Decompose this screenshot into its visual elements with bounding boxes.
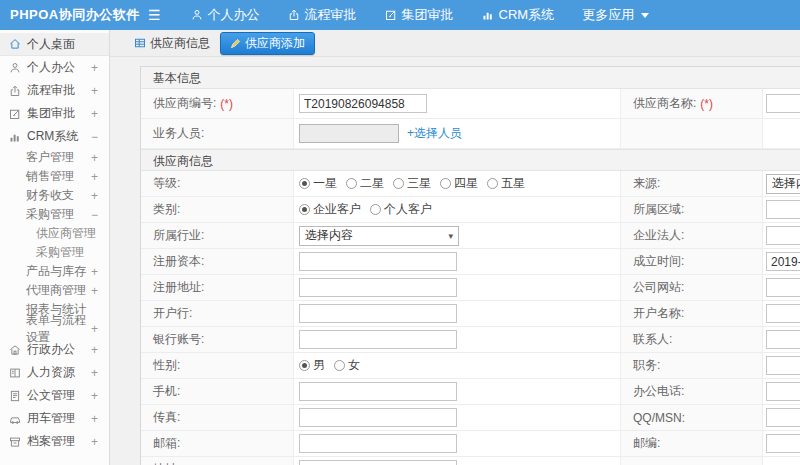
expand-icon[interactable]: + [91, 389, 109, 403]
field-supplier-name-input[interactable] [766, 94, 800, 113]
field-registered-address-input[interactable] [299, 278, 457, 297]
sidebar-item-finance-io[interactable]: 财务收支+ [0, 186, 109, 205]
sidebar-item-personal-office[interactable]: 个人办公+ [0, 56, 109, 79]
field-office-phone-input[interactable] [766, 382, 800, 401]
field-contact-person-input[interactable] [766, 330, 800, 349]
sidebar-item-vehicle-mgmt[interactable]: 用车管理+ [0, 407, 109, 430]
sidebar-item-product-inventory[interactable]: 产品与库存+ [0, 262, 109, 281]
field-value-cell [294, 431, 621, 456]
expand-icon[interactable]: + [91, 170, 109, 184]
field-region-input[interactable] [766, 200, 800, 219]
sidebar-item-purchase-mgmt[interactable]: 采购管理− [0, 205, 109, 224]
sidebar-item-hr[interactable]: 人力资源+ [0, 361, 109, 384]
field-value-cell [294, 457, 621, 465]
sidebar-item-sales-mgmt[interactable]: 销售管理+ [0, 167, 109, 186]
field-founded-date-input[interactable] [766, 252, 800, 271]
field-registered-capital-input[interactable] [299, 252, 457, 271]
field-source-select[interactable]: 选择内容▾ [766, 174, 800, 194]
field-fax-input[interactable] [299, 408, 457, 427]
sidebar-item-workflow-approval[interactable]: 流程审批+ [0, 79, 109, 102]
expand-icon[interactable]: + [91, 84, 109, 98]
field-value-cell [294, 275, 621, 300]
field-control [766, 408, 800, 427]
field-business-staff-input[interactable] [299, 124, 399, 143]
expand-icon[interactable]: + [91, 107, 109, 121]
sidebar-item-crm-system[interactable]: CRM系统− [0, 125, 109, 148]
radio-category-option-1[interactable]: 个人客户 [370, 201, 432, 218]
collapse-icon[interactable]: − [91, 208, 109, 222]
radio-level-option-0[interactable]: 一星 [299, 175, 337, 192]
sidebar-item-agent-mgmt[interactable]: 代理商管理+ [0, 281, 109, 300]
nav-item-workflow-approval[interactable]: 流程审批 [274, 0, 371, 30]
field-label-text: 办公电话: [633, 383, 684, 400]
nav-item-crm-system[interactable]: CRM系统 [468, 0, 569, 30]
radio-level-option-2[interactable]: 三星 [393, 175, 431, 192]
field-bank-branch-input[interactable] [299, 304, 457, 323]
nav-item-personal-office[interactable]: 个人办公 [177, 0, 274, 30]
sidebar-item-admin-office[interactable]: 行政办公+ [0, 338, 109, 361]
sidebar-item-purchase-mgmt-sub[interactable]: 采购管理 [0, 243, 109, 262]
field-bank-account-input[interactable] [299, 330, 457, 349]
sidebar-item-form-flow-settings[interactable]: 表单与流程设置+ [0, 319, 109, 338]
field-account-name-label: 开户名称: [621, 301, 763, 326]
sidebar-item-document-mgmt[interactable]: 公文管理+ [0, 384, 109, 407]
sidebar-item-personal-desktop[interactable]: 个人桌面 [0, 33, 109, 56]
radio-gender-option-0[interactable]: 男 [299, 357, 325, 374]
business-staff-picker-link[interactable]: +选择人员 [407, 125, 462, 142]
expand-icon[interactable]: + [91, 343, 109, 357]
radio-label: 男 [313, 357, 325, 374]
field-control: 一星二星三星四星五星 [299, 175, 525, 192]
field-legal-person-input[interactable] [766, 226, 800, 245]
sidebar-item-supplier-mgmt[interactable]: 供应商管理 [0, 224, 109, 243]
field-value-cell [763, 431, 800, 456]
field-legal-person-label: 企业法人: [621, 223, 763, 248]
collapse-icon[interactable]: − [91, 130, 109, 144]
field-control: 选择内容▾ [299, 226, 459, 246]
field-position-input[interactable] [766, 356, 800, 375]
tab-supplier-add[interactable]: 供应商添加 [220, 32, 315, 55]
select-value: 选择内容 [305, 227, 353, 244]
content-area: 供应商信息 供应商添加 基本信息供应商编号:(*)供应商名称:(*)业务人员:+… [110, 30, 800, 465]
field-mobile-input[interactable] [299, 382, 457, 401]
nav-item-more-apps[interactable]: 更多应用 [568, 0, 663, 30]
expand-icon[interactable]: + [91, 265, 109, 279]
tab-supplier-info[interactable]: 供应商信息 [134, 35, 210, 52]
nav-label: 流程审批 [305, 6, 357, 24]
expand-icon[interactable]: + [91, 412, 109, 426]
expand-icon[interactable]: + [91, 322, 109, 336]
radio-gender-option-1[interactable]: 女 [334, 357, 360, 374]
sidebar-item-label: 销售管理 [26, 168, 74, 185]
expand-icon[interactable]: + [91, 366, 109, 380]
hamburger-menu-icon[interactable]: ☰ [148, 0, 161, 30]
field-company-website-input[interactable] [766, 278, 800, 297]
expand-icon[interactable]: + [91, 151, 109, 165]
field-address-input[interactable] [299, 460, 457, 465]
field-value-cell [763, 223, 800, 248]
field-account-name-input[interactable] [766, 304, 800, 323]
field-label-text: 注册地址: [153, 279, 204, 296]
field-value-cell: 选择内容▾ [763, 171, 800, 196]
field-value-cell: 企业客户个人客户 [294, 197, 621, 222]
topbar-menu: 个人办公流程审批集团审批CRM系统更多应用 [177, 0, 664, 30]
radio-level-option-4[interactable]: 五星 [487, 175, 525, 192]
field-industry-select[interactable]: 选择内容▾ [299, 226, 459, 246]
radio-level-option-1[interactable]: 二星 [346, 175, 384, 192]
sidebar-item-group-approval[interactable]: 集团审批+ [0, 102, 109, 125]
nav-item-group-approval[interactable]: 集团审批 [371, 0, 468, 30]
expand-icon[interactable]: + [91, 61, 109, 75]
field-value-cell [763, 301, 800, 326]
sidebar-item-customer-mgmt[interactable]: 客户管理+ [0, 148, 109, 167]
radio-level-option-3[interactable]: 四星 [440, 175, 478, 192]
field-email-input[interactable] [299, 434, 457, 453]
field-qq-msn-input[interactable] [766, 408, 800, 427]
form-row: 地址: [141, 457, 800, 465]
field-value-cell: +选择人员 [294, 119, 621, 148]
field-zip-code-input[interactable] [766, 434, 800, 453]
field-founded-date-label: 成立时间: [621, 249, 763, 274]
expand-icon[interactable]: + [91, 189, 109, 203]
field-supplier-code-input[interactable] [299, 94, 427, 113]
sidebar-item-archive-mgmt[interactable]: 档案管理+ [0, 430, 109, 453]
expand-icon[interactable]: + [91, 284, 109, 298]
expand-icon[interactable]: + [91, 435, 109, 449]
radio-category-option-0[interactable]: 企业客户 [299, 201, 361, 218]
